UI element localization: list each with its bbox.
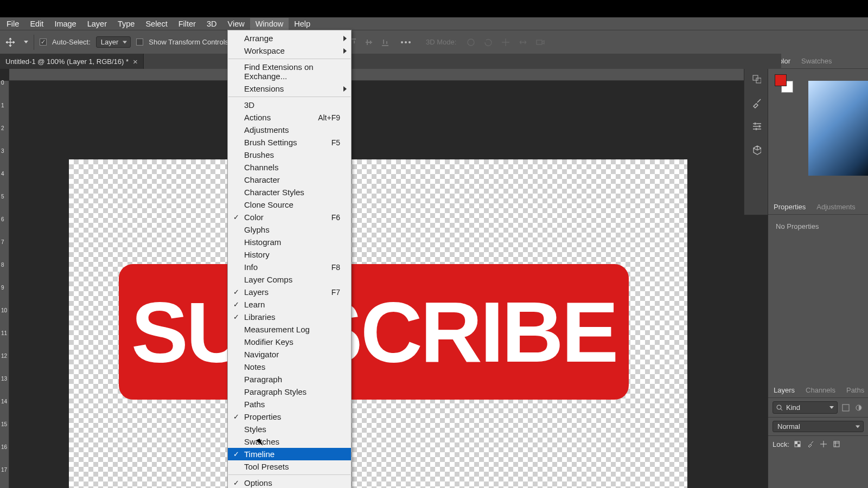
menu-type[interactable]: Type	[112, 18, 140, 30]
pan-icon[interactable]	[501, 37, 510, 47]
lock-artboard-icon[interactable]	[832, 439, 841, 449]
color-spectrum[interactable]	[808, 81, 868, 176]
svg-point-7	[777, 405, 781, 409]
mode-3d-label: 3D Mode:	[426, 38, 456, 46]
slide-icon[interactable]	[518, 37, 528, 47]
menuitem-notes[interactable]: Notes	[228, 361, 351, 373]
orbit-icon[interactable]	[466, 37, 476, 47]
svg-rect-8	[843, 404, 849, 411]
menu-layer[interactable]: Layer	[82, 18, 112, 30]
menu-filter[interactable]: Filter	[173, 18, 201, 30]
brush-icon[interactable]	[751, 98, 761, 107]
menuitem-layer-comps[interactable]: Layer Comps	[228, 273, 351, 286]
layer-filter-kind[interactable]: Kind	[773, 401, 838, 414]
tab-channels[interactable]: Channels	[800, 383, 841, 397]
canvas[interactable]: SUBSCRIBE	[69, 159, 687, 488]
svg-rect-13	[834, 441, 839, 447]
color-sampler-icon[interactable]	[751, 74, 761, 84]
menuitem-swatches[interactable]: Swatches	[228, 435, 351, 448]
menuitem-history[interactable]: History	[228, 248, 351, 261]
menu-3d[interactable]: 3D	[201, 18, 222, 30]
menuitem-libraries[interactable]: Libraries	[228, 311, 351, 323]
menuitem-properties[interactable]: Properties	[228, 410, 351, 423]
auto-select-target[interactable]: Layer	[96, 36, 131, 48]
menuitem-3d[interactable]: 3D	[228, 99, 351, 111]
cube-3d-icon[interactable]	[751, 145, 761, 155]
menuitem-paths[interactable]: Paths	[228, 398, 351, 410]
camera-icon[interactable]	[535, 37, 545, 47]
menuitem-brushes[interactable]: Brushes	[228, 149, 351, 161]
tool-flyout-icon[interactable]	[24, 41, 28, 43]
menu-window[interactable]: Window	[250, 18, 289, 30]
show-transform-checkbox[interactable]	[136, 38, 143, 46]
menuitem-actions[interactable]: ActionsAlt+F9	[228, 111, 351, 124]
canvas-viewport[interactable]: SUBSCRIBE	[9, 81, 768, 488]
menuitem-arrange[interactable]: Arrange	[228, 32, 351, 44]
lock-position-icon[interactable]	[819, 439, 828, 449]
lock-brush-icon[interactable]	[806, 439, 815, 449]
no-properties-label: No Properties	[776, 222, 819, 230]
menuitem-workspace[interactable]: Workspace	[228, 44, 351, 57]
tab-layers[interactable]: Layers	[768, 383, 800, 397]
menuitem-character[interactable]: Character	[228, 174, 351, 186]
move-tool-icon[interactable]	[4, 36, 16, 48]
document-tab[interactable]: Untitled-1 @ 100% (Layer 1, RGB/16) * ×	[0, 54, 144, 69]
menu-edit[interactable]: Edit	[24, 18, 49, 30]
align-bottom-icon[interactable]	[380, 37, 390, 47]
right-panel-column: ◀◀ Color Swatches Properties Adjustments…	[768, 54, 868, 488]
filter-adjust-icon[interactable]	[854, 403, 864, 413]
menuitem-glyphs[interactable]: Glyphs	[228, 223, 351, 236]
properties-panel-tabs: Properties Adjustments	[768, 200, 868, 215]
menubar: FileEditImageLayerTypeSelectFilter3DView…	[0, 17, 868, 30]
menuitem-modifier-keys[interactable]: Modifier Keys	[228, 336, 351, 348]
foreground-color-swatch[interactable]	[775, 74, 787, 86]
menuitem-learn[interactable]: Learn	[228, 298, 351, 311]
ruler-horizontal: 1234567891011121314151617181920212223242…	[9, 69, 768, 81]
collapsed-panel-icons	[744, 63, 768, 215]
menuitem-adjustments[interactable]: Adjustments	[228, 124, 351, 136]
menuitem-paragraph[interactable]: Paragraph	[228, 373, 351, 386]
foreground-background-swatches[interactable]	[775, 74, 793, 93]
subscribe-button-graphic: SUBSCRIBE	[119, 264, 629, 400]
lock-pixels-icon[interactable]	[793, 439, 802, 449]
menuitem-character-styles[interactable]: Character Styles	[228, 186, 351, 198]
menuitem-histogram[interactable]: Histogram	[228, 236, 351, 248]
options-bar: Auto-Select: Layer Show Transform Contro…	[0, 30, 868, 54]
more-options-icon[interactable]	[401, 41, 411, 43]
menu-select[interactable]: Select	[140, 18, 173, 30]
menuitem-extensions[interactable]: Extensions	[228, 82, 351, 95]
menuitem-brush-settings[interactable]: Brush SettingsF5	[228, 136, 351, 149]
menuitem-channels[interactable]: Channels	[228, 161, 351, 174]
tab-adjustments[interactable]: Adjustments	[811, 200, 861, 214]
svg-rect-1	[537, 40, 542, 44]
roll-icon[interactable]	[483, 37, 493, 47]
menuitem-styles[interactable]: Styles	[228, 423, 351, 435]
menu-view[interactable]: View	[222, 18, 250, 30]
menu-image[interactable]: Image	[49, 18, 81, 30]
menuitem-options[interactable]: Options	[228, 477, 351, 488]
menuitem-find-extensions-on-exchange-[interactable]: Find Extensions on Exchange...	[228, 61, 351, 82]
menuitem-layers[interactable]: LayersF7	[228, 286, 351, 298]
menuitem-color[interactable]: ColorF6	[228, 211, 351, 223]
menuitem-paragraph-styles[interactable]: Paragraph Styles	[228, 386, 351, 398]
adjustments-icon[interactable]	[751, 121, 761, 131]
menuitem-timeline[interactable]: Timeline	[228, 448, 351, 460]
menuitem-tool-presets[interactable]: Tool Presets	[228, 460, 351, 473]
menuitem-clone-source[interactable]: Clone Source	[228, 198, 351, 211]
menuitem-info[interactable]: InfoF8	[228, 261, 351, 273]
menu-file[interactable]: File	[1, 18, 24, 30]
tab-properties[interactable]: Properties	[768, 200, 811, 214]
blend-mode-select[interactable]: Normal	[773, 421, 864, 432]
close-tab-icon[interactable]: ×	[133, 57, 138, 66]
tab-paths[interactable]: Paths	[841, 383, 868, 397]
align-vcenter-icon[interactable]	[364, 37, 374, 47]
work-area: 1234567891011121314151617181920212223242…	[0, 69, 768, 488]
color-panel-tabs: Color Swatches	[768, 54, 868, 69]
filter-pixel-icon[interactable]	[841, 403, 851, 413]
menu-help[interactable]: Help	[289, 18, 316, 30]
menuitem-measurement-log[interactable]: Measurement Log	[228, 323, 351, 336]
menuitem-navigator[interactable]: Navigator	[228, 348, 351, 361]
tab-swatches[interactable]: Swatches	[796, 54, 837, 68]
window-menu-dropdown[interactable]: ArrangeWorkspaceFind Extensions on Excha…	[227, 30, 352, 488]
auto-select-checkbox[interactable]	[40, 38, 47, 46]
